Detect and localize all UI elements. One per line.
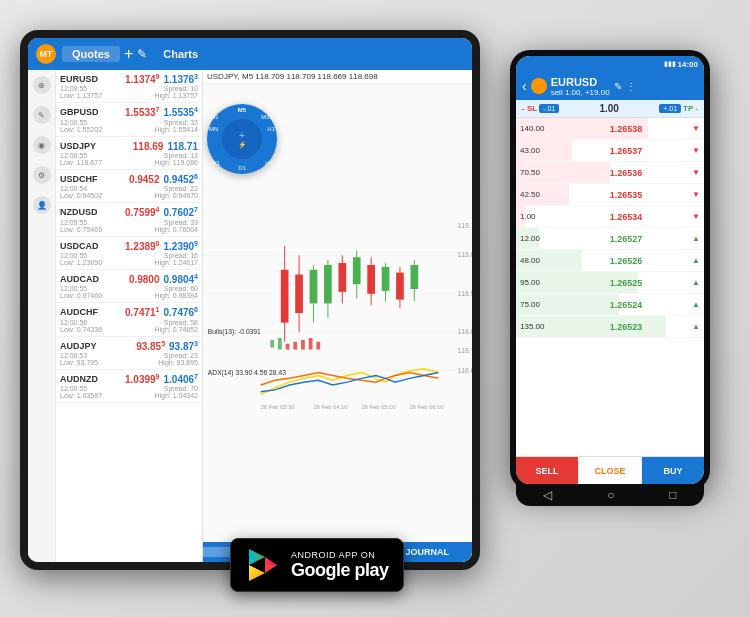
quotes-icon-bar: ⊕ ✎ ◉ ⚙ 👤 [28,70,56,562]
quote-row[interactable]: GBPUSD 1.55337 1.55354 12:00:55 Spread: … [56,103,202,136]
back-button[interactable]: ‹ [522,78,527,94]
phone-edit-button[interactable]: ✎ [614,81,622,92]
sl-label: - SL [522,104,537,113]
order-book-row[interactable]: 95.00 1.26525 ▲ [516,272,704,294]
order-book-row[interactable]: 70.50 1.26536 ▼ [516,162,704,184]
edit-tab-button[interactable]: ✎ [137,47,147,61]
svg-rect-11 [281,270,289,323]
order-book-row[interactable]: 12.00 1.26527 ▲ [516,228,704,250]
phone-time: 14:00 [678,60,698,69]
quotes-panel: ⊕ ✎ ◉ ⚙ 👤 EURUSD 1.13749 1.13763 [28,70,203,562]
svg-text:ADX(14) 33.90 4.56 28.43: ADX(14) 33.90 4.56 28.43 [208,369,286,377]
phone-topbar: ‹ EURUSD sell 1.00, +19.00 ✎ ⋮ [516,72,704,100]
quotes-icon-2[interactable]: ✎ [33,106,51,124]
chart-header: USDJPY, M5 118.709 118.709 118.669 118.6… [203,70,472,84]
svg-rect-15 [310,270,318,304]
back-nav-button[interactable]: ◁ [543,488,552,502]
order-book-row[interactable]: 48.00 1.26526 ▲ [516,250,704,272]
svg-text:118.840: 118.840 [458,328,472,335]
quotes-icon-5[interactable]: 👤 [33,196,51,214]
svg-marker-44 [249,565,265,581]
quotes-sidebar: ⊕ ✎ ◉ ⚙ 👤 EURUSD 1.13749 1.13763 [28,70,202,562]
svg-text:118.675: 118.675 [458,367,472,374]
quote-row[interactable]: AUDCAD 0.9800 0.98044 12:00:55 Spread: 6… [56,270,202,303]
google-play-badge[interactable]: ANDROID APP ON Google play [230,538,404,592]
svg-marker-46 [265,565,277,573]
svg-marker-43 [249,549,265,565]
svg-rect-27 [396,273,404,300]
order-book-row[interactable]: 75.00 1.26524 ▲ [516,294,704,316]
phone-status-bar: ▮▮▮ 14:00 [516,56,704,72]
svg-text:26 Feb 05:10: 26 Feb 05:10 [362,404,396,410]
quotes-icon-1[interactable]: ⊕ [33,76,51,94]
svg-rect-19 [338,263,346,292]
tablet-topbar: MT Quotes + ✎ Charts [28,38,472,70]
buy-button[interactable]: BUY [642,457,704,484]
quote-row[interactable]: USDJPY 118.69 118.71 12:00:55 Spread: 13… [56,137,202,170]
quote-row[interactable]: NZDUSD 0.75994 0.76027 12:09:55 Spread: … [56,203,202,236]
gplay-text: ANDROID APP ON Google play [291,550,389,581]
svg-text:Bulls(13): -0.0391: Bulls(13): -0.0391 [208,328,261,336]
svg-rect-37 [316,342,320,350]
svg-rect-32 [278,338,282,350]
sl-minus-button[interactable]: -.01 [539,104,559,113]
svg-text:26 Feb 06:10: 26 Feb 06:10 [410,404,444,410]
quote-row[interactable]: USDCHF 0.9452 0.94526 12:00:54 Spread: 2… [56,170,202,203]
charts-tab[interactable]: Charts [163,48,198,60]
svg-text:119.005: 119.005 [458,251,472,258]
order-book: 140.00 1.26538 ▼ 43.00 1.26537 ▼ 70.50 1… [516,118,704,456]
phone-navbar: ◁ ○ □ [516,484,704,506]
phone-device: ▮▮▮ 14:00 ‹ EURUSD sell 1.00, +19.00 ✎ ⋮… [510,50,710,490]
quote-row[interactable]: USDCAD 1.23890 1.23909 12:00:55 Spread: … [56,237,202,270]
gplay-main-text: Google play [291,560,389,581]
phone-battery-icon: ▮▮▮ [664,60,676,68]
svg-rect-35 [301,340,305,350]
order-book-row[interactable]: 1.00 1.26534 ▼ [516,206,704,228]
gplay-top-text: ANDROID APP ON [291,550,389,560]
timeframe-dial[interactable]: M5 M15 H1 H4 D1 W1 MN H1 + ⚡ [207,104,277,174]
quote-row[interactable]: AUDJPY 93.855 93.873 12:00:53 Spread: 23… [56,337,202,370]
recent-nav-button[interactable]: □ [669,488,676,502]
tp-label: TP - [683,104,698,113]
app-logo-phone [531,78,547,94]
tablet-screen: MT Quotes + ✎ Charts ⊕ ✎ ◉ ⚙ [28,38,472,562]
tablet-body: ⊕ ✎ ◉ ⚙ 👤 EURUSD 1.13749 1.13763 [28,70,472,562]
quotes-icon-4[interactable]: ⚙ [33,166,51,184]
quotes-icon-3[interactable]: ◉ [33,136,51,154]
quote-row[interactable]: AUDNZD 1.03999 1.04067 12:00:55 Spread: … [56,370,202,403]
app-logo: MT [36,44,56,64]
phone-screen: ▮▮▮ 14:00 ‹ EURUSD sell 1.00, +19.00 ✎ ⋮… [516,56,704,484]
svg-rect-17 [324,265,332,303]
phone-menu-button[interactable]: ⋮ [626,81,636,92]
google-play-icon [245,547,281,583]
quotes-tab[interactable]: Quotes [62,46,120,62]
chart-panel: USDJPY, M5 118.709 118.709 118.669 118.6… [203,70,472,562]
svg-text:118.950: 118.950 [458,290,472,297]
svg-text:118.785: 118.785 [458,347,472,354]
sl-plus-button[interactable]: +.01 [659,104,681,113]
order-book-row[interactable]: 42.50 1.26535 ▼ [516,184,704,206]
quote-row[interactable]: AUDCHF 0.74711 0.74766 12:00:58 Spread: … [56,303,202,336]
sltp-row: - SL -.01 1.00 +.01 TP - [516,100,704,118]
svg-text:119.115: 119.115 [458,222,472,229]
svg-rect-13 [295,275,303,313]
home-nav-button[interactable]: ○ [607,488,614,502]
dial-inner[interactable]: + ⚡ [222,119,262,159]
order-book-row[interactable]: 43.00 1.26537 ▼ [516,140,704,162]
quotes-list: EURUSD 1.13749 1.13763 12:09:55 Spread: … [56,70,202,562]
sltp-value: 1.00 [561,103,657,114]
svg-text:26 Feb 04:10: 26 Feb 04:10 [313,404,347,410]
add-tab-button[interactable]: + [124,45,133,63]
sell-button[interactable]: SELL [516,457,578,484]
svg-rect-23 [367,265,375,294]
svg-rect-33 [286,344,290,350]
order-book-row[interactable]: 135.00 1.26523 ▲ [516,316,704,338]
svg-rect-25 [382,267,390,291]
close-button[interactable]: CLOSE [578,457,642,484]
svg-text:26 Feb 03:10: 26 Feb 03:10 [261,404,295,410]
phone-actions: SELL CLOSE BUY [516,456,704,484]
svg-marker-45 [265,557,277,565]
quote-row[interactable]: EURUSD 1.13749 1.13763 12:09:55 Spread: … [56,70,202,103]
svg-rect-34 [293,342,297,350]
order-book-row[interactable]: 140.00 1.26538 ▼ [516,118,704,140]
